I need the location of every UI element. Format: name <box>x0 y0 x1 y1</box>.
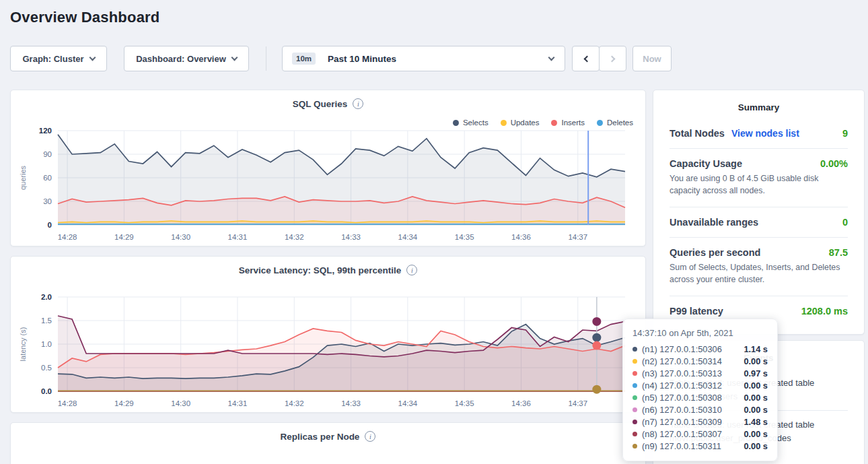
summary-title: Summary <box>653 90 864 119</box>
node-address: (n9) 127.0.0.1:50311 <box>642 441 721 451</box>
node-color-dot <box>632 420 637 424</box>
svg-text:1.0: 1.0 <box>41 340 52 348</box>
svg-text:14:30: 14:30 <box>171 399 190 407</box>
tooltip-node-row: (n3) 127.0.0.1:503130.97 s <box>632 367 768 379</box>
tooltip-node-row: (n8) 127.0.0.1:503070.00 s <box>632 428 768 440</box>
node-latency-value: 0.00 s <box>744 380 768 391</box>
node-latency-value: 1.48 s <box>744 417 768 427</box>
info-icon[interactable]: i <box>353 98 363 109</box>
summary-label: Queries per second <box>670 247 760 258</box>
node-latency-value: 0.00 s <box>744 429 768 439</box>
overview-dashboard-page: Overview Dashboard Graph: Cluster Dashbo… <box>0 0 868 464</box>
chart-title-service-latency: Service Latency: SQL, 99th percentile <box>239 265 402 275</box>
tooltip-node-row: (n9) 127.0.0.1:503110.00 s <box>632 440 768 452</box>
service-latency-panel: Service Latency: SQL, 99th percentile i … <box>10 256 646 413</box>
node-color-dot <box>632 395 637 400</box>
chart-title-replicas-per-node: Replicas per Node <box>281 432 360 442</box>
summary-value: 0.00% <box>820 158 848 169</box>
chart-title-sql-queries: SQL Queries <box>293 99 348 109</box>
view-nodes-list-link[interactable]: View nodes list <box>731 128 799 139</box>
info-icon[interactable]: i <box>406 265 417 275</box>
node-color-dot <box>632 407 637 412</box>
node-color-dot <box>632 383 637 388</box>
node-address: (n3) 127.0.0.1:50313 <box>642 368 722 378</box>
chevron-down-icon <box>548 54 555 61</box>
info-icon[interactable]: i <box>365 431 375 442</box>
svg-text:14:36: 14:36 <box>511 233 531 241</box>
graph-dropdown-label: Graph: Cluster <box>22 54 83 64</box>
chevron-right-icon <box>608 55 615 62</box>
svg-text:14:28: 14:28 <box>58 233 77 241</box>
tooltip-node-row: (n4) 127.0.0.1:503120.00 s <box>632 379 768 391</box>
page-title: Overview Dashboard <box>10 9 159 26</box>
dashboard-dropdown[interactable]: Dashboard: Overview <box>124 46 249 71</box>
chevron-down-icon <box>231 54 238 61</box>
summary-label: Total Nodes <box>670 128 725 139</box>
svg-text:14:36: 14:36 <box>511 399 531 407</box>
node-latency-value: 0.00 s <box>744 441 768 451</box>
time-prev-button[interactable] <box>572 46 600 71</box>
toolbar-divider <box>266 46 266 71</box>
node-latency-value: 1.14 s <box>744 344 768 354</box>
chart-tooltip: 14:37:10 on Apr 5th, 2021 (n1) 127.0.0.1… <box>622 319 778 461</box>
node-color-dot <box>632 444 637 449</box>
summary-subtext: Sum of Selects, Updates, Inserts, and De… <box>670 262 848 286</box>
service-latency-chart[interactable]: 14:2814:2914:3014:3114:3214:3314:3414:35… <box>16 290 641 409</box>
svg-text:14:29: 14:29 <box>114 399 134 407</box>
svg-text:14:31: 14:31 <box>228 399 248 407</box>
node-address: (n6) 127.0.0.1:50310 <box>642 405 722 415</box>
tooltip-node-row: (n7) 127.0.0.1:503091.48 s <box>632 416 768 428</box>
summary-value: 0 <box>842 217 848 228</box>
svg-text:14:33: 14:33 <box>341 233 361 241</box>
node-address: (n1) 127.0.0.1:50306 <box>642 344 722 354</box>
svg-text:14:31: 14:31 <box>228 233 248 241</box>
svg-text:14:37: 14:37 <box>568 233 587 241</box>
node-color-dot <box>632 371 637 376</box>
summary-row-total-nodes: Total Nodes View nodes list 9 <box>670 119 848 148</box>
svg-text:0.0: 0.0 <box>41 387 52 395</box>
time-range-badge: 10m <box>292 53 316 65</box>
summary-panel: Summary Total Nodes View nodes list 9 Ca… <box>653 90 865 335</box>
sql-queries-chart[interactable]: 14:2814:2914:3014:3114:3214:3314:3414:35… <box>16 124 641 242</box>
svg-text:14:29: 14:29 <box>114 233 134 241</box>
summary-row-queries-per-second: Queries per second 87.5 Sum of Selects, … <box>670 237 848 296</box>
time-next-button[interactable] <box>599 46 626 71</box>
svg-text:queries: queries <box>19 165 27 190</box>
node-latency-value: 0.97 s <box>744 368 768 378</box>
summary-label: P99 latency <box>670 306 723 317</box>
now-button[interactable]: Now <box>632 46 672 71</box>
replicas-per-node-panel: Replicas per Node i <box>10 422 646 464</box>
svg-text:14:32: 14:32 <box>285 233 304 241</box>
chevron-left-icon <box>583 55 590 62</box>
tooltip-node-row: (n1) 127.0.0.1:503061.14 s <box>632 343 768 355</box>
svg-text:14:32: 14:32 <box>285 399 304 407</box>
node-latency-value: 0.00 s <box>744 356 768 366</box>
node-address: (n7) 127.0.0.1:50309 <box>642 417 722 427</box>
svg-text:14:35: 14:35 <box>455 233 474 241</box>
svg-text:latency (s): latency (s) <box>19 327 27 362</box>
svg-text:90: 90 <box>43 150 52 158</box>
node-color-dot <box>632 359 637 364</box>
node-address: (n8) 127.0.0.1:50307 <box>642 429 722 439</box>
svg-text:1.5: 1.5 <box>41 317 52 325</box>
dashboard-dropdown-label: Dashboard: Overview <box>136 54 226 64</box>
svg-text:14:33: 14:33 <box>341 399 361 407</box>
svg-text:60: 60 <box>43 174 52 182</box>
summary-row-capacity-usage: Capacity Usage 0.00% You are using 0 B o… <box>670 148 848 207</box>
sql-queries-panel: SQL Queries i SelectsUpdatesInsertsDelet… <box>10 90 646 246</box>
node-address: (n4) 127.0.0.1:50312 <box>642 380 722 391</box>
summary-label: Unavailable ranges <box>670 217 758 228</box>
svg-text:0: 0 <box>48 221 52 229</box>
node-latency-value: 0.00 s <box>744 393 768 403</box>
node-address: (n5) 127.0.0.1:50308 <box>642 393 722 403</box>
time-range-picker[interactable]: 10m Past 10 Minutes <box>282 46 565 71</box>
tooltip-node-row: (n6) 127.0.0.1:503100.00 s <box>632 403 768 416</box>
graph-dropdown[interactable]: Graph: Cluster <box>10 46 107 71</box>
node-color-dot <box>632 432 637 436</box>
svg-text:120: 120 <box>39 127 52 135</box>
time-range-label: Past 10 Minutes <box>328 54 396 64</box>
tooltip-node-row: (n2) 127.0.0.1:503140.00 s <box>632 355 768 367</box>
summary-value: 1208.0 ms <box>801 306 848 317</box>
svg-text:2.0: 2.0 <box>41 293 52 301</box>
svg-text:14:34: 14:34 <box>398 233 417 241</box>
